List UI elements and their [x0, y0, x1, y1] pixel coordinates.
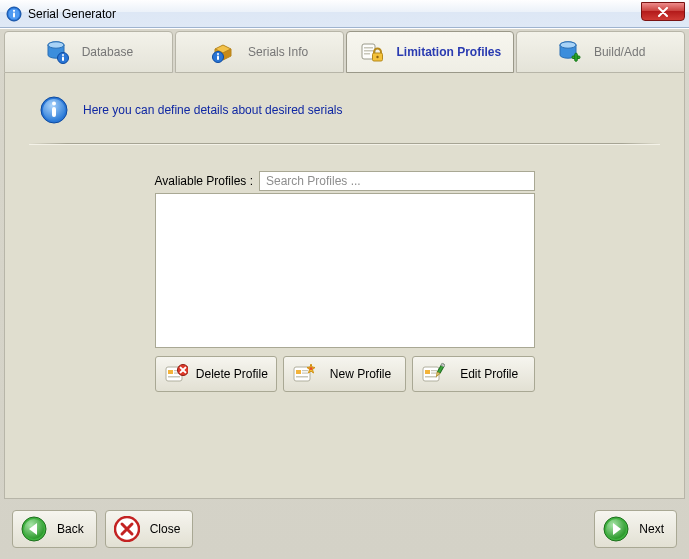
profiles-listbox[interactable] — [155, 193, 535, 348]
tab-build-add[interactable]: Build/Add — [516, 31, 685, 73]
tab-bar: Database Serials Info — [4, 31, 685, 73]
tab-limitation-profiles[interactable]: Limitation Profiles — [346, 31, 515, 73]
svg-rect-40 — [425, 376, 437, 378]
tab-database[interactable]: Database — [4, 31, 173, 73]
edit-profile-label: Edit Profile — [453, 367, 526, 381]
lock-profile-icon — [359, 39, 385, 65]
svg-rect-2 — [13, 12, 15, 17]
divider — [29, 143, 660, 145]
app-icon — [6, 6, 22, 22]
info-text: Here you can define details about desire… — [83, 103, 343, 117]
arrow-right-icon — [603, 516, 629, 542]
svg-rect-36 — [302, 373, 308, 374]
delete-profile-label: Delete Profile — [196, 367, 269, 381]
svg-rect-15 — [364, 53, 370, 55]
edit-profile-button[interactable]: Edit Profile — [412, 356, 535, 392]
svg-rect-14 — [364, 50, 373, 52]
arrow-left-icon — [21, 516, 47, 542]
svg-rect-28 — [168, 376, 180, 378]
svg-point-25 — [52, 102, 56, 106]
svg-rect-41 — [431, 370, 437, 371]
svg-point-3 — [13, 9, 15, 11]
svg-rect-42 — [431, 373, 437, 374]
edit-icon — [421, 362, 445, 386]
profile-buttons: Delete Profile — [155, 356, 535, 392]
svg-rect-10 — [217, 56, 219, 61]
panel-limitation-profiles: Here you can define details about desire… — [4, 73, 685, 499]
svg-rect-21 — [575, 53, 578, 61]
svg-point-17 — [376, 56, 378, 58]
delete-profile-button[interactable]: Delete Profile — [155, 356, 278, 392]
delete-icon — [164, 362, 188, 386]
profiles-area: Avaliable Profiles : — [155, 171, 535, 392]
window-close-button[interactable] — [641, 2, 685, 21]
box-info-icon — [210, 39, 236, 65]
close-circle-icon — [114, 516, 140, 542]
tab-serials-info[interactable]: Serials Info — [175, 31, 344, 73]
svg-rect-24 — [52, 107, 56, 117]
tab-label: Database — [82, 45, 133, 59]
app-body: Database Serials Info — [0, 28, 689, 559]
svg-point-37 — [310, 367, 313, 370]
info-row: Here you can define details about desire… — [25, 95, 664, 125]
svg-rect-27 — [168, 370, 173, 374]
svg-rect-39 — [425, 370, 430, 374]
tab-label: Limitation Profiles — [397, 45, 502, 59]
bottom-bar: Back Close Next — [4, 503, 685, 555]
search-profiles-input[interactable] — [259, 171, 535, 191]
next-button[interactable]: Next — [594, 510, 677, 548]
database-icon — [44, 39, 70, 65]
new-icon — [292, 362, 316, 386]
back-label: Back — [57, 522, 84, 536]
new-profile-label: New Profile — [324, 367, 397, 381]
back-button[interactable]: Back — [12, 510, 97, 548]
svg-point-19 — [560, 42, 576, 48]
svg-rect-34 — [296, 376, 308, 378]
info-icon — [39, 95, 69, 125]
new-profile-button[interactable]: New Profile — [283, 356, 406, 392]
svg-rect-13 — [364, 47, 373, 49]
svg-point-8 — [62, 54, 64, 56]
tab-label: Serials Info — [248, 45, 308, 59]
database-add-icon — [556, 39, 582, 65]
svg-point-11 — [217, 53, 219, 55]
svg-rect-35 — [302, 370, 308, 371]
close-button[interactable]: Close — [105, 510, 194, 548]
available-profiles-label: Avaliable Profiles : — [155, 174, 254, 188]
next-label: Next — [639, 522, 664, 536]
tab-label: Build/Add — [594, 45, 645, 59]
close-icon — [657, 7, 669, 17]
svg-rect-7 — [62, 57, 64, 62]
svg-point-5 — [48, 42, 64, 48]
close-label: Close — [150, 522, 181, 536]
window-title: Serial Generator — [28, 7, 116, 21]
titlebar: Serial Generator — [0, 0, 689, 28]
svg-rect-33 — [296, 370, 301, 374]
